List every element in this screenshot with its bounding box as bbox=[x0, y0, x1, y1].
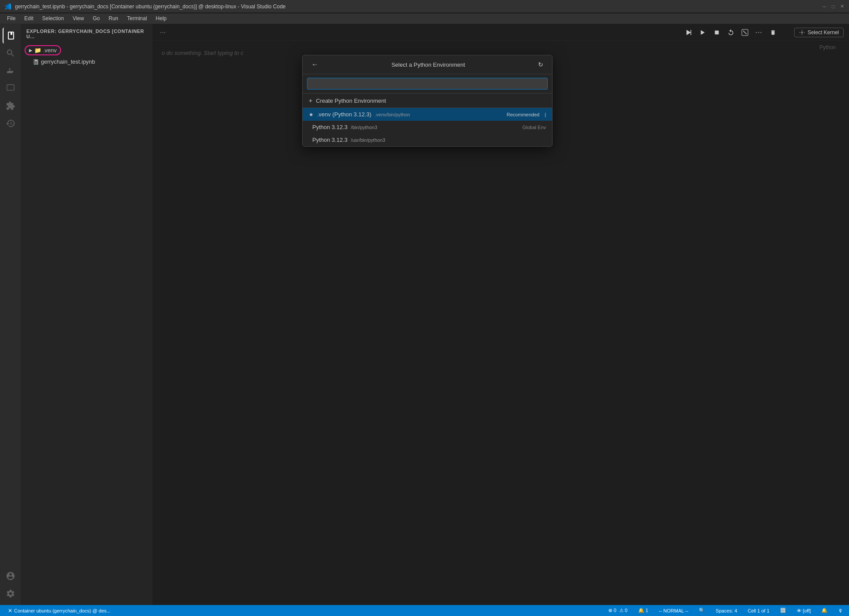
menubar: File Edit Selection View Go Run Terminal… bbox=[0, 13, 849, 24]
chevron-right-icon: ▶ bbox=[29, 48, 33, 53]
extensions-icon[interactable] bbox=[3, 98, 18, 114]
create-environment-label: Create Python Environment bbox=[316, 97, 386, 104]
dialog-header: ← Select a Python Environment ↻ bbox=[303, 55, 552, 74]
remote-status-item[interactable]: ✕ Container ubuntu (gerrychain_docs) @ d… bbox=[4, 608, 115, 614]
menu-file[interactable]: File bbox=[4, 14, 19, 22]
spaces-label: Spaces: 4 bbox=[715, 608, 737, 613]
menu-help[interactable]: Help bbox=[152, 14, 170, 22]
dialog-item-python-usr-main: Python 3.12.3 /usr/bin/python3 bbox=[312, 137, 542, 143]
dialog-search-area bbox=[303, 74, 552, 94]
source-control-icon[interactable] bbox=[3, 63, 18, 79]
more-actions-button[interactable]: ··· bbox=[754, 27, 764, 38]
cell-item[interactable]: Cell 1 of 1 bbox=[745, 608, 772, 613]
search-activity-icon[interactable] bbox=[3, 45, 18, 61]
dialog-item-python-usr[interactable]: Python 3.12.3 /usr/bin/python3 bbox=[303, 133, 552, 146]
notebook-filename: gerrychain_test.ipynb bbox=[41, 58, 95, 65]
dialog-item-venv-path: .venv/bin/python bbox=[375, 112, 410, 117]
cursor-indicator: | bbox=[545, 112, 546, 117]
run-button[interactable] bbox=[697, 27, 708, 38]
remote-status-label: Container ubuntu (gerrychain_docs) @ des… bbox=[14, 608, 111, 613]
dialog-list: + Create Python Environment ★ .venv (Pyt… bbox=[303, 94, 552, 146]
clear-button[interactable] bbox=[740, 27, 750, 38]
sidebar-item-notebook[interactable]: 📓 gerrychain_test.ipynb bbox=[21, 57, 152, 66]
dialog-title: Select a Python Environment bbox=[391, 61, 465, 68]
dialog-item-python-bin-name: Python 3.12.3 bbox=[312, 124, 347, 130]
delete-cell-button[interactable] bbox=[768, 27, 778, 38]
editor-area: ··· bbox=[153, 24, 849, 605]
notifications-label: 🔔 1 bbox=[638, 608, 648, 613]
titlebar-left: gerrychain_test.ipynb - gerrychain_docs … bbox=[4, 3, 285, 10]
eye-item[interactable]: 👁 [off] bbox=[794, 608, 813, 613]
statusbar-right: ⊗ 0 ⚠ 0 🔔 1 -- NORMAL -- 🔍 Spaces: 4 Cel… bbox=[606, 608, 845, 613]
sidebar-item-venv[interactable]: ▶ 📁 .venv bbox=[21, 43, 152, 57]
remote-explorer-icon[interactable] bbox=[3, 80, 18, 96]
dialog-item-venv-badge: Recommended bbox=[507, 112, 540, 117]
notebook-file-icon: 📓 bbox=[33, 59, 39, 65]
menu-selection[interactable]: Selection bbox=[39, 14, 67, 22]
star-icon: ★ bbox=[309, 112, 314, 118]
cell-hint-text: o do something. Start typing to c bbox=[162, 50, 243, 56]
menu-run[interactable]: Run bbox=[105, 14, 122, 22]
close-button[interactable]: ✕ bbox=[839, 4, 845, 9]
menu-terminal[interactable]: Terminal bbox=[123, 14, 150, 22]
remote-status-icon: ✕ bbox=[8, 608, 12, 614]
bell-icon: 🔔 bbox=[821, 608, 827, 613]
svg-rect-0 bbox=[7, 85, 14, 90]
mic-item[interactable]: 🎙 bbox=[835, 608, 845, 613]
notifications-item[interactable]: 🔔 1 bbox=[636, 608, 651, 613]
cell-hint: o do something. Start typing to c bbox=[162, 46, 243, 60]
vim-mode-item[interactable]: -- NORMAL -- bbox=[656, 608, 691, 613]
menu-go[interactable]: Go bbox=[89, 14, 103, 22]
menu-edit[interactable]: Edit bbox=[21, 14, 37, 22]
maximize-button[interactable]: □ bbox=[831, 4, 836, 9]
select-kernel-label: Select Kernel bbox=[808, 29, 839, 36]
vim-mode-label: -- NORMAL -- bbox=[659, 608, 688, 613]
venv-folder-label: 📁 bbox=[34, 47, 41, 54]
window-title: gerrychain_test.ipynb - gerrychain_docs … bbox=[15, 4, 285, 10]
mic-icon: 🎙 bbox=[838, 608, 843, 613]
language-label: Python bbox=[820, 44, 836, 50]
bell-item[interactable]: 🔔 bbox=[819, 608, 830, 613]
dialog-item-python-bin-main: Python 3.12.3 /bin/python3 bbox=[312, 124, 519, 130]
dialog-item-venv[interactable]: ★ .venv (Python 3.12.3) .venv/bin/python… bbox=[303, 108, 552, 121]
venv-label: .venv bbox=[43, 47, 57, 54]
create-environment-item[interactable]: + Create Python Environment bbox=[303, 94, 552, 108]
spaces-item[interactable]: Spaces: 4 bbox=[713, 608, 740, 613]
dialog-item-python-bin[interactable]: Python 3.12.3 /bin/python3 Global Env bbox=[303, 121, 552, 133]
errors-warnings-label: ⊗ 0 ⚠ 0 bbox=[608, 608, 627, 613]
svg-line-4 bbox=[743, 31, 747, 34]
cell-label: Cell 1 of 1 bbox=[748, 608, 770, 613]
timeline-icon[interactable] bbox=[3, 115, 18, 131]
restart-button[interactable] bbox=[726, 27, 736, 38]
sidebar: EXPLORER: GERRYCHAIN_DOCS [CONTAINER U..… bbox=[21, 24, 153, 605]
dialog-back-button[interactable]: ← bbox=[309, 60, 321, 69]
dialog-search-input[interactable] bbox=[307, 78, 548, 90]
settings-icon[interactable] bbox=[3, 586, 18, 602]
statusbar-left: ✕ Container ubuntu (gerrychain_docs) @ d… bbox=[4, 608, 115, 614]
dialog-refresh-button[interactable]: ↻ bbox=[535, 60, 546, 69]
interrupt-button[interactable] bbox=[712, 27, 722, 38]
activity-bar bbox=[0, 24, 21, 605]
menu-view[interactable]: View bbox=[69, 14, 87, 22]
select-kernel-button[interactable]: Select Kernel bbox=[794, 28, 844, 37]
dialog-item-venv-name: .venv (Python 3.12.3) bbox=[317, 111, 372, 118]
run-all-button[interactable] bbox=[683, 27, 694, 38]
minimize-button[interactable]: ─ bbox=[822, 4, 827, 9]
explorer-icon[interactable] bbox=[3, 28, 18, 43]
errors-warnings-item[interactable]: ⊗ 0 ⚠ 0 bbox=[606, 608, 630, 613]
titlebar-controls[interactable]: ─ □ ✕ bbox=[822, 4, 845, 9]
statusbar: ✕ Container ubuntu (gerrychain_docs) @ d… bbox=[0, 605, 849, 616]
svg-rect-2 bbox=[715, 30, 719, 34]
dialog-item-venv-main: .venv (Python 3.12.3) .venv/bin/python bbox=[317, 111, 503, 118]
activity-bar-bottom bbox=[3, 568, 18, 602]
vscode-logo-icon bbox=[4, 3, 11, 10]
main-layout: EXPLORER: GERRYCHAIN_DOCS [CONTAINER U..… bbox=[0, 24, 849, 605]
sidebar-header: EXPLORER: GERRYCHAIN_DOCS [CONTAINER U..… bbox=[21, 24, 152, 43]
notebook-more-button[interactable]: ··· bbox=[158, 29, 167, 36]
dialog-item-python-bin-path: /bin/python3 bbox=[351, 125, 377, 130]
zoom-item[interactable]: 🔍 bbox=[696, 608, 708, 613]
plus-icon: + bbox=[309, 97, 312, 104]
lang-item[interactable]: 🔡 bbox=[777, 608, 789, 613]
svg-point-5 bbox=[801, 32, 803, 33]
account-icon[interactable] bbox=[3, 568, 18, 584]
